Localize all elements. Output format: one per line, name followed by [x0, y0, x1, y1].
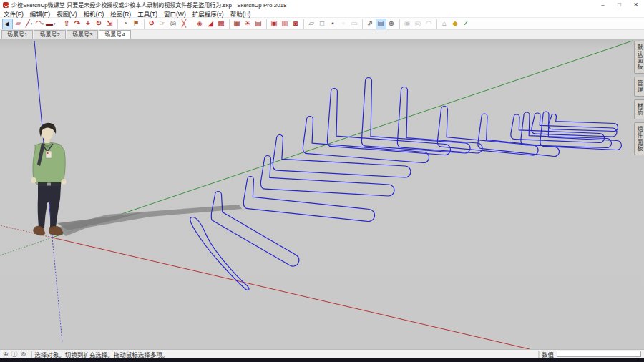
make-component-button[interactable]: ◈	[195, 19, 205, 29]
section-display-toggle-icon: □	[320, 20, 324, 27]
zoom-tool[interactable]: ◎	[168, 19, 179, 29]
tape-measure-tool-icon: ◔	[123, 20, 127, 27]
blue-axis-negative	[52, 238, 62, 342]
section-plane-tool[interactable]: ▱	[306, 19, 317, 29]
profile-shape-9[interactable]	[437, 107, 538, 156]
close-button[interactable]: ✕	[628, 0, 644, 9]
menu-draw[interactable]: 绘图(R)	[110, 9, 131, 18]
trusted-shield-icon[interactable]: ⌂	[439, 19, 450, 29]
zoom-extents-tool[interactable]: ╳	[179, 19, 190, 29]
maximize-button[interactable]: □	[611, 0, 628, 9]
arc-tool-icon: ◠	[36, 20, 42, 27]
section-fill-toggle: ▫	[338, 19, 349, 29]
pan-tool[interactable]: ☞	[157, 19, 168, 29]
extension-warehouse-icon[interactable]: ✓	[461, 19, 472, 29]
dropdown-arrow-icon[interactable]: ▾	[31, 22, 33, 26]
window-bottom-edge	[0, 358, 644, 362]
menu-help[interactable]: 帮助(H)	[230, 9, 251, 18]
select-tool-icon: ►	[3, 19, 13, 29]
tape-measure-tool[interactable]: ◔	[120, 19, 131, 29]
figure-layer[interactable]	[31, 123, 243, 236]
profile-shape-6[interactable]	[327, 89, 450, 155]
select-tool[interactable]: ►	[2, 19, 13, 29]
scene-tab-scene-4[interactable]: 场景号4	[99, 30, 130, 39]
dropdown-arrow-icon[interactable]: ▾	[54, 22, 56, 26]
profile-shape-15[interactable]	[548, 114, 618, 132]
sliver-profile[interactable]	[190, 217, 249, 290]
status-separator: |	[31, 351, 32, 358]
textured-style-button[interactable]: ⊕	[386, 19, 397, 29]
profile-shape-1[interactable]	[211, 192, 299, 267]
orbit-tool-icon: ↺	[149, 20, 155, 27]
menu-file[interactable]: 文件(F)	[4, 9, 24, 18]
zoom-tool-icon: ◎	[170, 20, 177, 27]
rotate-tool[interactable]: ↻	[94, 19, 104, 29]
scene-tab-scene-1[interactable]: 场景号1	[1, 30, 33, 39]
xray-mode-button[interactable]: ⇗	[365, 19, 376, 29]
walk-tool-icon: ◠	[426, 20, 431, 27]
tray-tab-1[interactable]: 默认面板	[634, 41, 644, 74]
profile-shape-11[interactable]	[511, 114, 605, 143]
measure-input[interactable]	[557, 351, 641, 357]
move-tool-icon: +	[86, 20, 90, 27]
profile-shape-10[interactable]	[478, 114, 560, 157]
scene-tab-scene-3[interactable]: 场景号3	[67, 30, 98, 39]
eraser-tool[interactable]: ▰	[13, 19, 24, 29]
toolbar-separator	[362, 19, 363, 29]
menu-extensions[interactable]: 扩展程序(x)	[192, 9, 224, 18]
layers-button[interactable]: ▥	[280, 19, 291, 29]
tray-tab-4[interactable]: 组件面板	[634, 122, 644, 155]
menu-window[interactable]: 窗口(W)	[164, 9, 186, 18]
signin-status-icon[interactable]: ⊚	[21, 351, 26, 358]
window-title: 少校SketchUp微课堂-只要是未经少校授权或少校本人录制的视频文件都是盗用行…	[11, 1, 595, 9]
menu-view[interactable]: 视图(V)	[57, 9, 77, 18]
follow-me-tool[interactable]: ↷	[72, 19, 83, 29]
fog-toggle[interactable]: ▤	[253, 19, 264, 29]
move-tool[interactable]: +	[83, 19, 94, 29]
section-cut-toggle[interactable]: ▪	[328, 19, 338, 29]
measure-separator: |	[538, 351, 540, 358]
minimize-button[interactable]: –	[595, 0, 611, 9]
arc-tool[interactable]: ◠▾	[34, 19, 45, 29]
toolbar-separator	[117, 19, 118, 29]
push-pull-tool-icon: ⇧	[64, 20, 69, 27]
lock-icon[interactable]: ◆	[450, 19, 461, 29]
shadows-toggle[interactable]: ☀	[243, 19, 253, 29]
menu-edit[interactable]: 编辑(E)	[30, 9, 50, 18]
components-panel-button[interactable]: ▩	[216, 19, 227, 29]
face-style-button[interactable]: ▤	[376, 19, 386, 29]
profile-shape-2[interactable]	[243, 177, 374, 222]
toolbar-separator	[192, 19, 192, 29]
dimension-tool[interactable]: ⚑	[131, 19, 142, 29]
shape-tool-icon: ▬	[46, 20, 53, 27]
scenes-button[interactable]: ▣	[269, 19, 280, 29]
scenes-button-icon: ▣	[270, 20, 277, 27]
toolbar-separator	[303, 19, 304, 29]
orbit-tool[interactable]: ↺	[147, 19, 157, 29]
follow-me-tool-icon: ↷	[74, 20, 80, 27]
viewport[interactable]: 默认面板管理材质组件面板	[0, 39, 644, 349]
scene-tab-scene-2[interactable]: 场景号2	[34, 30, 65, 39]
tray-tab-3[interactable]: 材质	[634, 99, 644, 119]
profile-shapes-layer[interactable]	[190, 78, 622, 290]
layers-button-icon: ▥	[281, 20, 288, 27]
photo-match-button[interactable]: ◙	[291, 19, 301, 29]
geolocation-status-icon[interactable]: ⊕	[3, 351, 9, 358]
credits-status-icon[interactable]: ⓘ	[11, 351, 18, 358]
textured-style-button-icon: ⊕	[389, 20, 394, 27]
shape-tool[interactable]: ▬▾	[45, 19, 57, 29]
scale-tool[interactable]: ⇲	[104, 19, 115, 29]
line-tool[interactable]: ╱▾	[24, 19, 34, 29]
push-pull-tool[interactable]: ⇧	[62, 19, 72, 29]
dropdown-arrow-icon[interactable]: ▾	[42, 22, 44, 26]
model-intersect-button[interactable]: ▦	[232, 19, 243, 29]
fog-toggle-icon: ▤	[255, 20, 261, 27]
menu-tools[interactable]: 工具(T)	[137, 9, 157, 18]
trusted-shield-icon-icon: ⌂	[442, 20, 447, 27]
menu-camera[interactable]: 相机(C)	[84, 9, 104, 18]
section-display-toggle[interactable]: □	[317, 19, 328, 29]
scale-tool-icon: ⇲	[107, 20, 112, 27]
tray-tab-2[interactable]: 管理	[634, 77, 644, 97]
profile-shape-13[interactable]	[532, 113, 617, 137]
paint-bucket-tool[interactable]: ◢	[205, 19, 216, 29]
